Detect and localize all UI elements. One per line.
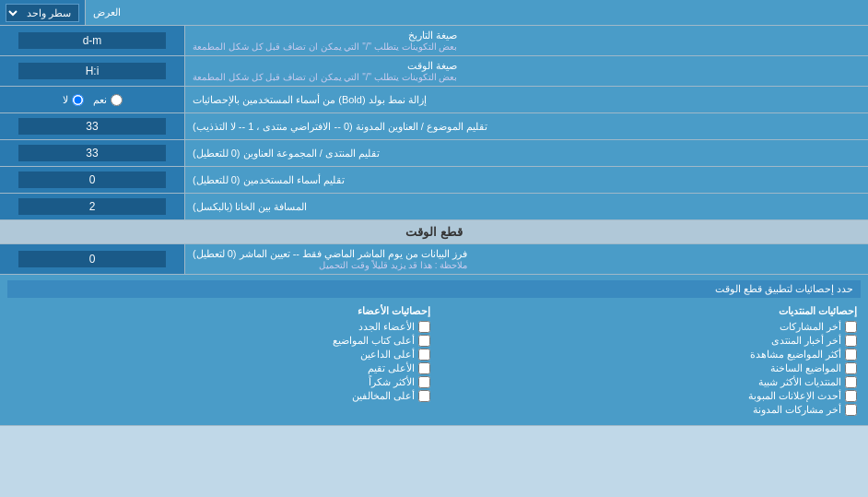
- forum-stats-col: إحصائيات المنتديات أخر المشاركات أخر أخب…: [434, 302, 861, 420]
- column-spacing-input[interactable]: [18, 198, 166, 215]
- checkbox-m-2[interactable]: [418, 335, 430, 347]
- checkbox-member-5: الأكثر شكراً: [11, 376, 430, 388]
- checkbox-forum-4[interactable]: [845, 362, 857, 374]
- title-order-input-wrapper: [0, 113, 184, 139]
- checkbox-m-6[interactable]: [418, 390, 430, 402]
- checkbox-forum-1[interactable]: [845, 321, 857, 333]
- checkboxes-header: حدد إحصائيات لتطبيق قطع الوقت: [7, 280, 861, 298]
- forum-trim-row: تقليم المنتدى / المجموعة العناوين (0 للت…: [0, 140, 868, 167]
- time-section-label: فرز البيانات من يوم الماشر الماضي فقط --…: [184, 244, 868, 274]
- checkbox-item-1: أخر المشاركات: [438, 321, 857, 333]
- forum-trim-input[interactable]: [18, 145, 166, 161]
- checkbox-item-6: أحدث الإعلانات المبوبة: [438, 390, 857, 402]
- col2-header: إحصائيات الأعضاء: [11, 305, 430, 317]
- main-container: العرض سطر واحد سطرين ثلاثة أسطر صيغة الت…: [0, 0, 868, 426]
- title-order-input[interactable]: [18, 118, 166, 135]
- checkbox-item-2: أخر أخبار المنتدى: [438, 335, 857, 347]
- column-spacing-label: المسافة بين الخانا (بالبكسل): [184, 194, 868, 219]
- member-stats-col: إحصائيات الأعضاء الأعضاء الجدد أعلى كتاب…: [7, 302, 434, 420]
- checkbox-item-5: المنتديات الأكثر شبية: [438, 376, 857, 388]
- column-spacing-row: المسافة بين الخانا (بالبكسل): [0, 194, 868, 220]
- bold-remove-radio-group: نعم لا: [0, 87, 184, 112]
- checkbox-forum-3[interactable]: [845, 349, 857, 361]
- checkbox-m-3[interactable]: [418, 349, 430, 361]
- bold-yes-radio[interactable]: [111, 94, 123, 106]
- forum-trim-input-wrapper: [0, 140, 184, 166]
- checkbox-m-4[interactable]: [418, 362, 430, 374]
- bold-yes-label[interactable]: نعم: [93, 94, 123, 106]
- username-trim-input-wrapper: [0, 167, 184, 193]
- username-trim-input[interactable]: [18, 172, 166, 188]
- username-trim-label: تقليم أسماء المستخدمين (0 للتعطيل): [184, 167, 868, 193]
- time-format-input[interactable]: [18, 63, 166, 79]
- date-format-label: صيغة التاريخ بعض التكوينات يتطلب "/" الت…: [184, 26, 868, 55]
- column-spacing-input-wrapper: [0, 194, 184, 219]
- time-format-input-wrapper: [0, 56, 184, 86]
- col1-header: إحصائيات المنتديات: [438, 305, 857, 317]
- checkbox-member-4: الأعلى تقيم: [11, 362, 430, 374]
- time-format-row: صيغة الوقت بعض التكوينات يتطلب "/" التي …: [0, 56, 868, 87]
- header-row: العرض سطر واحد سطرين ثلاثة أسطر: [0, 0, 868, 26]
- checkbox-forum-5[interactable]: [845, 376, 857, 388]
- checkbox-forum-7[interactable]: [845, 404, 857, 416]
- checkbox-item-4: المواضيع الساخنة: [438, 362, 857, 374]
- title-order-row: تقليم الموضوع / العناوين المدونة (0 -- ا…: [0, 113, 868, 140]
- checkbox-item-3: أكثر المواضيع مشاهدة: [438, 349, 857, 361]
- time-section-input-wrapper: [0, 244, 184, 274]
- bold-remove-label: إزالة نمط بولد (Bold) من أسماء المستخدمي…: [184, 87, 868, 112]
- bold-no-label[interactable]: لا: [63, 94, 84, 106]
- time-section-header: قطع الوقت: [0, 220, 868, 244]
- display-mode-select[interactable]: سطر واحد سطرين ثلاثة أسطر: [6, 4, 79, 22]
- checkboxes-grid: إحصائيات المنتديات أخر المشاركات أخر أخب…: [7, 302, 861, 420]
- checkbox-item-7: أخر مشاركات المدونة: [438, 404, 857, 416]
- date-format-row: صيغة التاريخ بعض التكوينات يتطلب "/" الت…: [0, 26, 868, 56]
- time-section-input[interactable]: [18, 251, 166, 267]
- forum-trim-label: تقليم المنتدى / المجموعة العناوين (0 للت…: [184, 140, 868, 166]
- bold-no-radio[interactable]: [72, 94, 84, 106]
- display-mode-wrapper[interactable]: سطر واحد سطرين ثلاثة أسطر: [0, 0, 85, 25]
- checkbox-member-2: أعلى كتاب المواضيع: [11, 335, 430, 347]
- checkbox-m-5[interactable]: [418, 376, 430, 388]
- date-format-input-wrapper: [0, 26, 184, 55]
- checkbox-member-3: أعلى الداعين: [11, 349, 430, 361]
- checkbox-forum-6[interactable]: [845, 390, 857, 402]
- checkbox-m-1[interactable]: [418, 321, 430, 333]
- date-format-input[interactable]: [18, 32, 166, 49]
- checkbox-member-1: الأعضاء الجدد: [11, 321, 430, 333]
- header-label: العرض: [85, 0, 868, 25]
- time-section-row: فرز البيانات من يوم الماشر الماضي فقط --…: [0, 244, 868, 275]
- checkbox-forum-2[interactable]: [845, 335, 857, 347]
- bold-remove-row: إزالة نمط بولد (Bold) من أسماء المستخدمي…: [0, 87, 868, 113]
- username-trim-row: تقليم أسماء المستخدمين (0 للتعطيل): [0, 167, 868, 194]
- checkbox-member-6: أعلى المخالفين: [11, 390, 430, 402]
- title-order-label: تقليم الموضوع / العناوين المدونة (0 -- ا…: [184, 113, 868, 139]
- time-format-label: صيغة الوقت بعض التكوينات يتطلب "/" التي …: [184, 56, 868, 86]
- checkboxes-section: حدد إحصائيات لتطبيق قطع الوقت إحصائيات ا…: [0, 275, 868, 426]
